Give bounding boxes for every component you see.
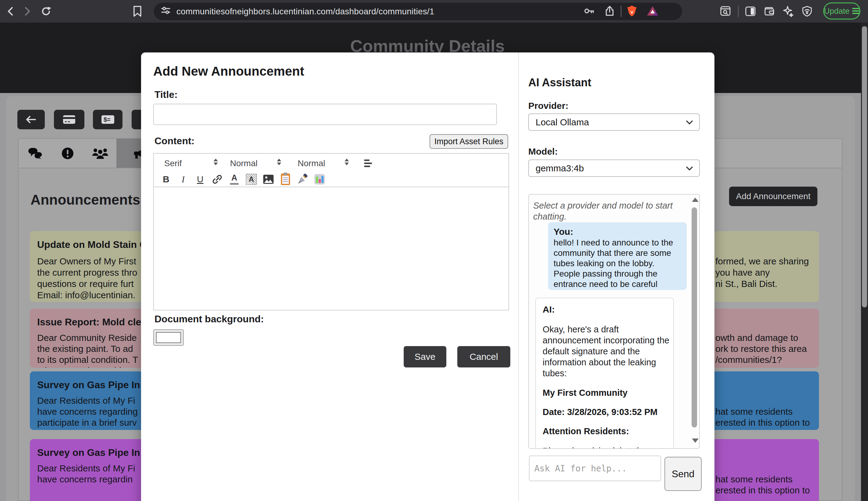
back-icon[interactable] — [4, 4, 18, 18]
add-announcement-button[interactable]: Add Announcement — [729, 186, 817, 206]
font-picker[interactable]: Serif — [164, 159, 182, 168]
ai-message-text: Attention Residents: — [542, 426, 667, 436]
tab-members[interactable] — [84, 139, 117, 168]
sidebar-icon[interactable] — [744, 4, 757, 18]
save-button[interactable]: Save — [404, 346, 446, 367]
highlight-icon[interactable]: A — [245, 173, 258, 186]
ai-input[interactable] — [529, 456, 661, 481]
italic-icon[interactable]: I — [176, 173, 190, 186]
chat-history[interactable]: Select a provider and model to start cha… — [528, 194, 700, 449]
announcement-text: Dear Residents of My Fi have concerns re… — [37, 395, 138, 430]
announcement-text: Dear Owners of My First the current prog… — [37, 256, 138, 301]
leo-ai-sparkle-icon[interactable] — [781, 4, 795, 18]
editor-toolbar: Serif Normal Normal B I U — [154, 154, 508, 187]
announcement-title: Update on Mold Stain C — [37, 239, 146, 250]
announcement-title: Issue Report: Mold cle — [37, 317, 141, 328]
size-picker-value: Normal — [230, 159, 257, 168]
rich-text-editor[interactable]: Serif Normal Normal B I U — [153, 153, 509, 310]
align-icon[interactable] — [364, 158, 372, 169]
forward-icon[interactable] — [20, 4, 34, 18]
doc-background-swatch[interactable] — [153, 329, 184, 346]
provider-value: Local Ollama — [536, 117, 589, 127]
brave-lion-icon[interactable] — [625, 4, 639, 18]
style-picker[interactable]: Normal — [298, 159, 325, 168]
chat-scrollbar-thumb[interactable] — [692, 207, 697, 427]
announcement-title: Survey on Gas Pipe In — [37, 379, 140, 391]
import-asset-rules-button[interactable]: Import Asset Rules — [430, 134, 508, 149]
fountain-pen-icon[interactable] — [296, 173, 309, 186]
billing-button[interactable] — [54, 110, 84, 129]
ai-message-text: My First Community — [542, 388, 667, 398]
ai-assistant-heading: AI Assistant — [528, 76, 591, 89]
back-button[interactable] — [18, 110, 45, 129]
url-text: communitiesofneighbors.lucentinian.com/d… — [176, 7, 435, 17]
doc-background-label: Document background: — [154, 313, 264, 325]
provider-label: Provider: — [528, 100, 569, 111]
menu-icon — [852, 7, 859, 15]
editor-content[interactable] — [154, 187, 508, 310]
font-picker-arrows-icon[interactable] — [213, 159, 218, 165]
link-icon[interactable] — [210, 173, 224, 186]
people-group-icon — [92, 147, 109, 160]
cancel-button[interactable]: Cancel — [457, 346, 510, 367]
alert-circle-icon — [61, 147, 74, 160]
underline-icon[interactable]: U — [194, 173, 207, 186]
size-picker-arrows-icon[interactable] — [277, 159, 281, 165]
image-icon[interactable] — [262, 173, 275, 186]
tab-discussions[interactable] — [19, 139, 51, 168]
svg-text:$=: $= — [103, 116, 111, 123]
announcement-text: owth and damage to ork to restore this a… — [715, 332, 807, 365]
model-select[interactable]: gemma3:4b — [528, 159, 700, 177]
announcements-heading: Announcements — [31, 192, 140, 208]
wallet-icon[interactable] — [762, 4, 776, 18]
tab-issues[interactable] — [51, 139, 84, 168]
url-bar[interactable]: communitiesofneighbors.lucentinian.com/d… — [154, 3, 682, 20]
modal-title: Add New Announcement — [153, 64, 304, 79]
clipboard-icon[interactable] — [279, 173, 292, 186]
ai-message-text: Okay, here's a draft announcement incorp… — [542, 324, 667, 379]
share-icon[interactable] — [603, 4, 617, 18]
announcement-text: Dear Community Reside the existing paint… — [37, 332, 138, 368]
user-message-label: You: — [553, 226, 681, 237]
announcement-title: Survey on Gas Pipe In — [37, 447, 140, 458]
chat-intro-text: Select a provider and model to start cha… — [533, 200, 673, 222]
bar-chart-icon[interactable] — [313, 173, 326, 186]
reload-icon[interactable] — [39, 4, 53, 18]
text-color-icon[interactable]: A — [228, 173, 241, 186]
screen: communitiesofneighbors.lucentinian.com/d… — [0, 0, 868, 501]
browser-toolbar: communitiesofneighbors.lucentinian.com/d… — [0, 0, 868, 23]
key-icon[interactable] — [583, 4, 596, 18]
style-picker-arrows-icon[interactable] — [344, 159, 349, 165]
announcement-text: formed, we are sharing you have any ni S… — [715, 256, 809, 289]
ai-message-text: Date: 3/28/2026, 9:03:52 PM — [542, 407, 667, 417]
search-in-page-icon[interactable] — [718, 4, 733, 18]
font-picker-value: Serif — [164, 159, 182, 168]
scroll-down-icon[interactable] — [692, 438, 699, 443]
content-label: Content: — [154, 135, 195, 147]
toolbar-separator — [620, 6, 622, 17]
bat-icon[interactable] — [646, 4, 659, 18]
ai-message-text: Please be advised that there are current… — [542, 446, 667, 449]
scroll-up-icon[interactable] — [692, 198, 699, 202]
chevron-down-icon — [686, 120, 693, 125]
modal-divider — [518, 52, 519, 501]
ai-message-label: AI: — [542, 304, 667, 315]
invoice-button[interactable]: $= — [93, 110, 122, 129]
toolbar-separator — [738, 6, 739, 17]
add-announcement-modal: Add New Announcement Title: Content: Imp… — [141, 52, 714, 501]
title-input[interactable] — [153, 104, 497, 125]
send-button[interactable]: Send — [664, 457, 702, 491]
announcement-text: hat some residents erested in this optio… — [715, 474, 810, 496]
site-settings-icon[interactable] — [161, 5, 171, 18]
style-picker-value: Normal — [298, 159, 325, 168]
vpn-shield-icon[interactable] — [800, 4, 814, 18]
model-label: Model: — [528, 146, 558, 157]
update-button[interactable]: Update — [823, 2, 860, 20]
bookmark-icon[interactable] — [130, 4, 144, 18]
provider-select[interactable]: Local Ollama — [528, 114, 700, 131]
chat-bubbles-icon — [27, 147, 43, 160]
page-scrollbar-thumb[interactable] — [862, 26, 867, 307]
announcement-text: hat some residents erested in this optio… — [715, 406, 810, 430]
size-picker[interactable]: Normal — [230, 159, 257, 168]
bold-icon[interactable]: B — [160, 173, 173, 186]
